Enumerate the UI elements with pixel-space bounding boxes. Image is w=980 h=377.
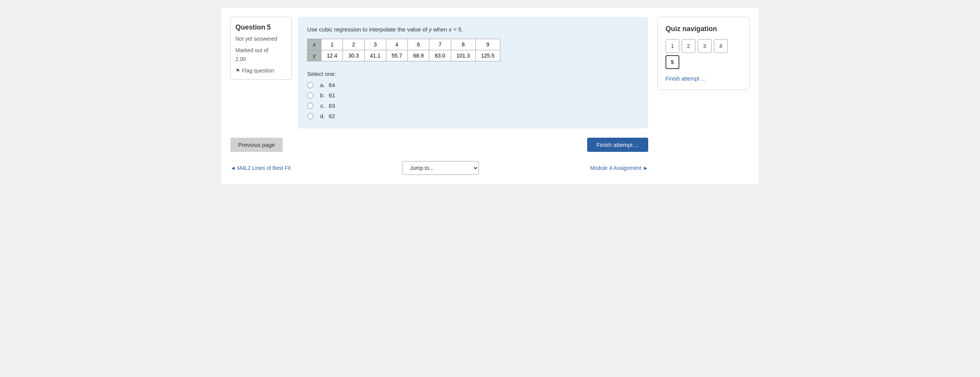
y-val-8: 125.5 — [475, 50, 500, 61]
x-val-2: 2 — [343, 39, 364, 50]
y-val-5: 68.9 — [408, 50, 429, 61]
y-val-3: 41.1 — [364, 50, 386, 61]
previous-page-button[interactable]: Previous page — [230, 138, 283, 152]
option-c-value: 63 — [329, 102, 335, 109]
question-status: Not yet answered — [235, 35, 287, 43]
flag-question-button[interactable]: ⚑ Flag question — [235, 66, 287, 75]
y-val-7: 101.3 — [451, 50, 475, 61]
nav-num-5[interactable]: 5 — [665, 55, 679, 69]
quiz-nav-box: Quiz navigation 1 2 3 4 5 Finish attempt… — [657, 17, 750, 90]
marked-out-value: 2.00 — [235, 56, 246, 62]
x-val-4: 4 — [386, 39, 407, 50]
x-val-5: 6 — [408, 39, 429, 50]
text-middle: when — [432, 26, 449, 33]
question-info-box: Question 5 Not yet answered Marked out o… — [230, 17, 292, 80]
next-link[interactable]: Module 4 Assignment ► — [590, 165, 648, 171]
nav-num-4[interactable]: 4 — [714, 39, 728, 53]
question-label: Question — [235, 23, 265, 31]
finish-attempt-nav-link[interactable]: Finish attempt ... — [665, 76, 705, 82]
marked-out: Marked out of 2.00 — [235, 46, 287, 63]
quiz-nav-title: Quiz navigation — [665, 25, 742, 33]
nav-numbers: 1 2 3 4 5 — [665, 39, 742, 69]
question-text: Use cubic regression to interpolate the … — [307, 26, 639, 33]
question-title: Question 5 — [235, 22, 287, 33]
finish-attempt-button[interactable]: Finish attempt ... — [587, 138, 648, 152]
nav-num-3[interactable]: 3 — [698, 39, 712, 53]
y-val-4: 55.7 — [386, 50, 407, 61]
x-val-7: 8 — [451, 39, 475, 50]
data-table: x 1 2 3 4 6 7 8 9 y 12.4 30.3 41.1 — [307, 39, 500, 61]
back-link[interactable]: ◄ M4L2 Lines of Best Fit — [230, 165, 291, 171]
option-b-letter: b. — [317, 92, 325, 99]
option-b: b. 61 — [307, 92, 639, 99]
x-header: x — [308, 39, 321, 50]
nav-num-2[interactable]: 2 — [682, 39, 695, 53]
option-a-letter: a. — [317, 82, 325, 88]
option-d: d. 62 — [307, 113, 639, 119]
y-header: y — [308, 50, 321, 61]
option-c-letter: c. — [317, 102, 325, 109]
radio-d[interactable] — [307, 113, 313, 119]
nav-num-1[interactable]: 1 — [665, 39, 679, 53]
option-a-value: 64 — [329, 82, 335, 88]
select-one-label: Select one: — [307, 71, 639, 77]
radio-a[interactable] — [307, 82, 313, 88]
page-container: Question 5 Not yet answered Marked out o… — [221, 8, 759, 184]
options-list: a. 64 b. 61 c. 63 d. — [307, 82, 639, 119]
jump-to-select[interactable]: Jump to... — [402, 161, 479, 175]
y-val-2: 30.3 — [343, 50, 364, 61]
option-d-letter: d. — [317, 113, 325, 119]
text-prefix: Use cubic regression to interpolate the … — [307, 26, 429, 33]
text-suffix: = 5. — [452, 26, 463, 33]
y-val-6: 83.0 — [429, 50, 451, 61]
radio-b[interactable] — [307, 92, 313, 99]
x-val-8: 9 — [475, 39, 500, 50]
option-a: a. 64 — [307, 82, 639, 88]
question-body: Use cubic regression to interpolate the … — [298, 17, 648, 128]
option-c: c. 63 — [307, 102, 639, 109]
x-val-3: 3 — [364, 39, 386, 50]
x-val-1: 1 — [321, 39, 343, 50]
flag-question-label: Flag question — [242, 66, 274, 75]
question-area: Question 5 Not yet answered Marked out o… — [230, 17, 648, 128]
main-content: Question 5 Not yet answered Marked out o… — [230, 17, 648, 175]
marked-out-label: Marked out of — [235, 47, 268, 53]
footer-nav: ◄ M4L2 Lines of Best Fit Jump to... Modu… — [230, 161, 648, 175]
option-d-value: 62 — [329, 113, 335, 119]
bottom-buttons: Previous page Finish attempt ... — [230, 138, 648, 152]
flag-icon: ⚑ — [235, 66, 240, 75]
option-b-value: 61 — [329, 92, 335, 99]
y-val-1: 12.4 — [321, 50, 343, 61]
x-val-6: 7 — [429, 39, 451, 50]
x-variable: x — [449, 26, 452, 33]
question-number: 5 — [267, 23, 271, 31]
radio-c[interactable] — [307, 103, 313, 109]
sidebar: Quiz navigation 1 2 3 4 5 Finish attempt… — [657, 17, 750, 175]
